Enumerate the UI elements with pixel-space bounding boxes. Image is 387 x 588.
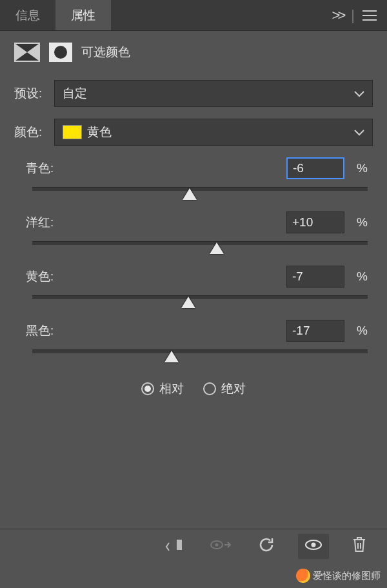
selective-color-icon [14,43,40,62]
pct-cyan: % [344,161,368,175]
slider-black: 黑色: % [14,320,373,365]
panel-title: 可选颜色 [81,44,130,61]
collapse-icon[interactable]: >> [332,7,344,24]
method-row: 相对 绝对 [14,380,373,397]
slider-cyan: 青色: % [14,157,373,202]
slider-label-yellow: 黄色: [26,268,286,285]
color-label: 颜色: [14,124,54,141]
color-row: 颜色: 黄色 [14,119,373,146]
svg-rect-1 [172,540,177,550]
slider-thumb-black[interactable] [164,351,179,362]
chevron-down-icon [354,125,364,139]
color-select[interactable]: 黄色 [54,119,373,146]
slider-track-yellow[interactable] [32,293,368,311]
clip-to-layer-icon[interactable] [161,534,187,559]
reset-icon[interactable] [254,533,279,560]
color-value: 黄色 [87,124,112,141]
slider-magenta: 洋红: % [14,211,373,257]
slider-label-magenta: 洋红: [26,214,286,231]
svg-point-5 [312,543,316,547]
trash-icon[interactable] [348,533,370,560]
svg-point-3 [215,544,219,547]
radio-icon-absolute [203,382,216,395]
view-previous-icon[interactable] [206,535,235,558]
slider-thumb-magenta[interactable] [210,242,224,254]
radio-label-relative: 相对 [159,380,184,397]
slider-track-black[interactable] [32,347,368,365]
preset-value: 自定 [63,85,87,102]
radio-label-absolute: 绝对 [221,380,246,397]
pct-yellow: % [344,270,368,284]
preset-select[interactable]: 自定 [54,80,373,107]
panel-footer [0,529,387,564]
layer-mask-icon[interactable] [49,43,72,62]
slider-input-black[interactable] [286,320,344,342]
radio-absolute[interactable]: 绝对 [203,380,246,397]
slider-track-magenta[interactable] [32,239,368,257]
tab-properties[interactable]: 属性 [55,0,111,30]
slider-thumb-cyan[interactable] [183,188,197,200]
panel-header: 可选颜色 [0,31,387,74]
tabs-right-controls: >> | [332,7,387,24]
sliders: 青色: % 洋红: % 黄色: % [14,157,373,365]
slider-label-cyan: 青色: [26,160,286,177]
watermark: 爱怪谈的修图师 [296,569,381,583]
tab-info[interactable]: 信息 [0,0,55,30]
slider-input-cyan[interactable] [286,157,344,179]
slider-thumb-yellow[interactable] [181,297,195,308]
watermark-text: 爱怪谈的修图师 [313,570,381,582]
panel-menu-icon[interactable] [362,10,377,21]
pct-black: % [344,324,368,338]
panel-content: 预设: 自定 颜色: 黄色 青色: % [0,74,387,404]
pct-magenta: % [344,215,368,230]
radio-relative[interactable]: 相对 [141,380,184,397]
weibo-logo-icon [296,569,310,583]
chevron-down-icon [354,86,364,101]
color-swatch [63,125,82,139]
slider-label-black: 黑色: [26,322,286,339]
preset-row: 预设: 自定 [14,80,373,107]
preset-label: 预设: [14,85,54,102]
tab-bar: 信息 属性 >> | [0,0,387,31]
visibility-icon[interactable] [298,534,329,559]
slider-track-cyan[interactable] [32,184,368,202]
slider-input-magenta[interactable] [286,211,344,233]
slider-input-yellow[interactable] [286,266,344,288]
radio-icon-relative [141,382,154,395]
slider-yellow: 黄色: % [14,266,373,311]
divider: | [351,7,355,24]
